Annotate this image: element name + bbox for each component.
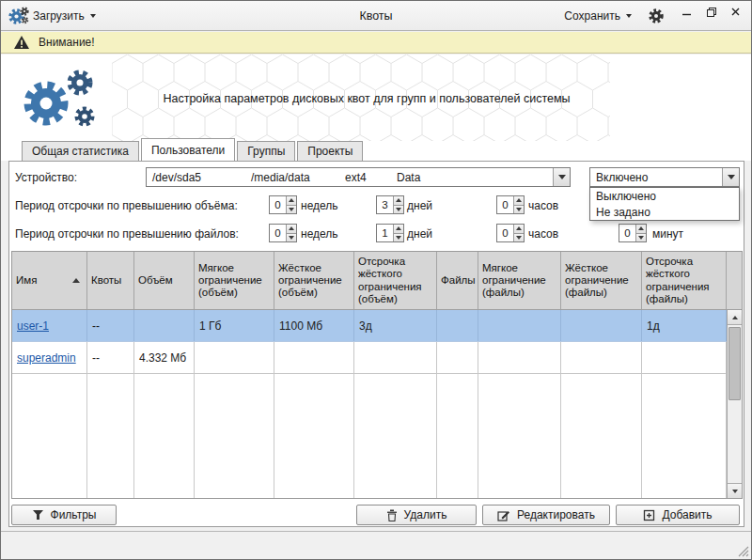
user-link[interactable]: user-1 [17,319,49,333]
sort-ascending-icon [72,278,80,283]
grace-files-minutes-spinner[interactable]: 0 [619,224,647,242]
quota-status-combo[interactable]: Включено [589,167,740,187]
tab-users[interactable]: Пользователи [141,138,235,161]
filters-button[interactable]: Фильтры [11,505,117,525]
maximize-button[interactable] [705,6,717,18]
scrollbar-thumb[interactable] [728,327,741,400]
column-header-soft-files[interactable]: Мягкое ограничение (файлы) [478,252,561,309]
column-header-quotas[interactable]: Квоты [87,252,134,309]
cell-name: superadmin [12,342,87,373]
edit-button[interactable]: Редактировать [482,505,610,525]
spin-down-button[interactable] [514,233,524,242]
tab-projects[interactable]: Проекты [297,141,363,161]
spin-down-icon [289,236,294,240]
add-button[interactable]: Добавить [616,505,740,525]
minimize-button[interactable] [681,6,693,18]
device-combo[interactable]: /dev/sda5 /media/data ext4 Data [146,167,571,187]
minimize-icon [682,7,692,17]
dropdown-option-disabled[interactable]: Выключено [590,188,739,204]
spin-up-button[interactable] [514,225,524,233]
spin-down-button[interactable] [287,233,296,242]
resize-grip-icon[interactable] [737,545,749,557]
settings-gear-icon[interactable] [648,8,665,24]
column-header-grace-files[interactable]: Отсрочка жёсткого ограничения (файлы) [642,252,727,309]
weeks-unit-label: недель [301,199,338,212]
tab-general-statistics[interactable]: Общая статистика [22,141,139,161]
spin-down-icon [289,208,294,211]
column-header-hard-files[interactable]: Жёсткое ограничение (файлы) [561,252,642,309]
device-path: /dev/sda5 [152,171,251,184]
column-header-grace-volume[interactable]: Отсрочка жёсткого ограничения (объём) [354,252,437,309]
tab-groups[interactable]: Группы [237,141,295,161]
spin-up-icon [396,226,401,230]
table-row[interactable]: superadmin -- 4.332 Мб [12,342,742,374]
column-header-files[interactable]: Файлы [437,252,478,309]
scroll-down-button[interactable] [728,483,742,498]
cell-files [437,342,478,373]
scroll-up-button[interactable] [728,310,742,325]
table-vertical-scrollbar[interactable] [727,310,742,498]
spinner-value: 1 [377,225,393,241]
cell-soft-files [478,342,561,373]
cell-hard-files [561,310,642,341]
table-row[interactable]: user-1 -- 1 Гб 1100 Мб 3д 1д [12,310,742,342]
save-menu-button[interactable]: Сохранить [564,1,632,31]
user-link[interactable]: superadmin [17,351,76,365]
spin-down-icon [396,236,401,240]
add-icon [643,509,655,521]
column-header-hard-volume[interactable]: Жёсткое ограничение (объём) [274,252,354,309]
spin-down-button[interactable] [636,233,646,242]
close-button[interactable] [729,6,742,18]
quota-status-dropdown-popup: Выключено Не задано [589,187,740,221]
cell-grace-volume: 3д [354,310,437,341]
spin-up-icon [516,226,522,230]
device-label: Устройство: [15,171,77,184]
cell-grace-files: 1д [642,310,727,341]
spin-up-button[interactable] [514,196,524,205]
spinner-buttons [513,225,524,241]
column-header-volume[interactable]: Объём [134,252,195,309]
quota-status-value: Включено [590,168,722,186]
quota-status-dropdown-button[interactable] [722,168,739,186]
spin-up-button[interactable] [287,225,296,233]
device-combo-dropdown-button[interactable] [553,168,570,186]
device-volume-label: Data [397,171,420,184]
grace-files-days-spinner[interactable]: 1 [376,224,404,242]
scrollbar-track[interactable] [728,325,742,483]
quota-table: Имя Квоты Объём Мягкое ограничение (объё… [11,251,743,499]
status-bar [1,531,751,559]
titlebar-right-controls: Сохранить [564,1,742,31]
grace-files-weeks-spinner[interactable]: 0 [269,224,297,242]
cell-soft-files [478,310,561,341]
cell-hard-volume [274,342,354,373]
spinner-value: 0 [497,196,513,213]
spin-up-button[interactable] [287,196,296,205]
spin-up-button[interactable] [394,196,403,205]
spin-down-button[interactable] [394,233,403,242]
header-filler [727,252,742,309]
warning-text: Внимание! [39,36,95,49]
column-header-name[interactable]: Имя [12,252,87,309]
spinner-buttons [286,196,296,213]
grace-files-hours-spinner[interactable]: 0 [496,224,525,242]
delete-button[interactable]: Удалить [356,505,477,525]
grace-volume-weeks-spinner[interactable]: 0 [269,195,297,214]
device-fstype: ext4 [345,171,397,184]
grace-volume-days-spinner[interactable]: 3 [376,195,404,214]
spin-down-button[interactable] [394,205,403,214]
app-gears-icon [8,5,30,27]
spinner-buttons [513,196,524,213]
close-icon [730,7,741,17]
days-unit-label: дней [407,227,432,241]
column-header-soft-volume[interactable]: Мягкое ограничение (объём) [195,252,274,309]
load-menu-label: Загрузить [33,9,85,23]
grace-volume-hours-spinner[interactable]: 0 [496,195,525,214]
spin-up-button[interactable] [394,225,403,233]
spin-up-button[interactable] [636,225,646,233]
spin-down-button[interactable] [287,205,296,214]
dropdown-option-unset[interactable]: Не задано [590,204,739,220]
add-button-label: Добавить [662,508,712,521]
load-menu-button[interactable]: Загрузить [33,1,96,31]
spinner-value: 3 [377,196,393,213]
spin-down-button[interactable] [514,205,524,214]
